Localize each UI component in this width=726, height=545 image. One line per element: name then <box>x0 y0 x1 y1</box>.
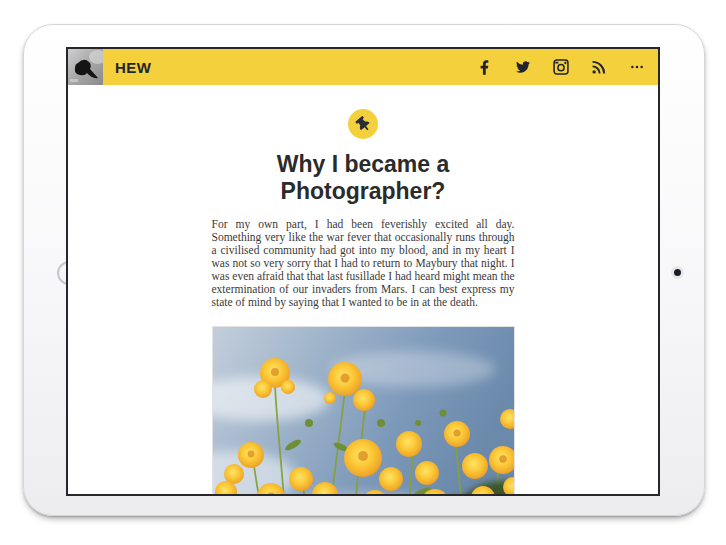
tablet-device: HEW <box>23 24 705 516</box>
rss-icon[interactable] <box>590 59 607 76</box>
brand-name[interactable]: HEW <box>115 59 151 76</box>
yellow-flowers-photo <box>213 327 514 496</box>
article-image <box>212 326 515 496</box>
site-header: HEW <box>68 49 658 85</box>
instagram-icon[interactable] <box>552 59 569 76</box>
screen: HEW <box>66 47 660 496</box>
facebook-icon[interactable] <box>476 59 493 76</box>
article-paragraph-1: For my own part, I had been feverishly e… <box>212 218 515 309</box>
article-title: Why I became a Photographer? <box>212 151 515 205</box>
twitter-icon[interactable] <box>514 59 531 76</box>
front-camera-dot <box>674 269 681 276</box>
pushpin-icon <box>353 114 373 134</box>
pin-badge <box>348 109 378 139</box>
article-content: Why I became a Photographer? For my own … <box>212 109 515 496</box>
page-background: HEW <box>0 0 726 545</box>
more-icon[interactable] <box>628 59 645 76</box>
social-nav <box>476 59 658 76</box>
site-logo-icon[interactable] <box>68 49 103 85</box>
